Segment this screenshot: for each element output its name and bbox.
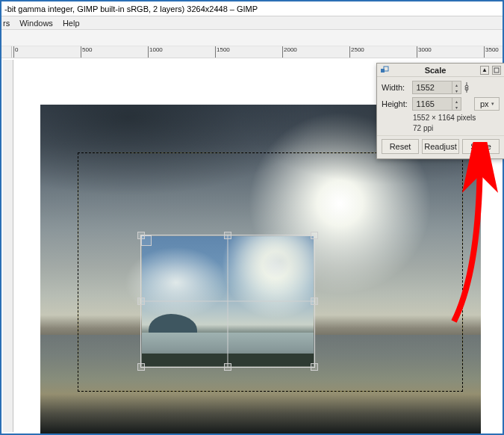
ruler-tick-1000: 1000 — [149, 46, 163, 53]
ruler-corner — [1, 46, 12, 58]
width-spin-arrows[interactable]: ▴▾ — [452, 81, 461, 93]
width-label: Width: — [382, 83, 412, 92]
close-icon[interactable] — [492, 66, 501, 75]
link-chain-top[interactable] — [461, 81, 472, 94]
ruler-tick-2500: 2500 — [351, 46, 364, 53]
unit-dropdown[interactable]: px ▾ — [474, 97, 500, 111]
readjust-button[interactable]: Readjust — [422, 139, 459, 154]
workspace: Scale ▲ Width: ▴▾ — [3, 60, 501, 432]
app-window: -bit gamma integer, GIMP built-in sRGB, … — [0, 0, 504, 435]
pixel-size-readout: 1552 × 1164 pixels — [413, 113, 500, 123]
scale-dialog-buttons: Reset Readjust Scale — [377, 135, 504, 158]
menu-help[interactable]: Help — [63, 19, 80, 28]
handle-middle-right[interactable] — [311, 297, 318, 305]
height-spin-arrows[interactable]: ▴▾ — [452, 98, 461, 110]
reset-button[interactable]: Reset — [382, 139, 419, 154]
ppi-readout: 72 ppi — [413, 123, 500, 133]
scale-dialog-body: Width: ▴▾ Height: — [377, 77, 504, 135]
svg-rect-2 — [494, 68, 499, 72]
ruler-vertical[interactable] — [3, 60, 13, 432]
menu-windows[interactable]: Windows — [19, 19, 53, 28]
window-title: -bit gamma integer, GIMP built-in sRGB, … — [1, 1, 503, 16]
scale-button[interactable]: Scale — [462, 139, 500, 154]
shade-up-icon[interactable]: ▲ — [480, 66, 489, 75]
ruler-horizontal[interactable]: 0 500 1000 1500 2000 2500 3000 3500 — [12, 46, 503, 58]
height-label: Height: — [382, 99, 412, 108]
ruler-tick-1500: 1500 — [217, 46, 230, 53]
chevron-down-icon: ▾ — [491, 101, 494, 107]
ruler-tick-500: 500 — [82, 46, 92, 53]
scale-dialog[interactable]: Scale ▲ Width: ▴▾ — [376, 63, 504, 159]
scale-dialog-icon — [380, 66, 389, 75]
ruler-tick-0: 0 — [15, 46, 18, 53]
handle-bottom-right[interactable] — [311, 363, 318, 371]
ruler-tick-2000: 2000 — [284, 46, 297, 53]
width-spinner[interactable]: ▴▾ — [412, 81, 461, 94]
ruler-tick-3000: 3000 — [418, 46, 432, 53]
handle-top-left[interactable] — [137, 232, 145, 239]
unit-label: px — [480, 99, 489, 108]
handle-top-right[interactable] — [311, 232, 318, 239]
handle-bottom-left[interactable] — [137, 363, 145, 371]
ruler-row: 0 500 1000 1500 2000 2500 3000 3500 — [1, 46, 503, 58]
toolbar-strip — [1, 30, 503, 46]
menu-filters-fragment[interactable]: rs — [3, 19, 10, 28]
handle-bottom-middle[interactable] — [224, 363, 231, 371]
width-input[interactable] — [413, 83, 451, 92]
height-spinner[interactable]: ▴▾ — [412, 97, 461, 111]
ruler-tick-3500: 3500 — [485, 46, 499, 53]
height-input[interactable] — [413, 99, 451, 108]
scale-dialog-title: Scale — [393, 66, 477, 75]
scale-transform-box[interactable] — [140, 235, 315, 368]
canvas-area[interactable]: Scale ▲ Width: ▴▾ — [13, 60, 501, 432]
menu-bar: rs Windows Help — [1, 16, 503, 30]
scale-dialog-titlebar[interactable]: Scale ▲ — [377, 64, 504, 77]
